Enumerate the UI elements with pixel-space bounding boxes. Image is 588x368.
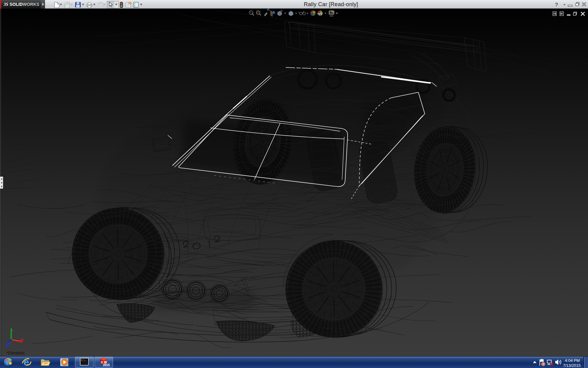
svg-text:2015: 2015 (103, 363, 110, 367)
svg-text:4:04 PM: 4:04 PM (565, 358, 580, 363)
svg-text:7/13/2015: 7/13/2015 (563, 363, 581, 368)
svg-text:C:\_: C:\_ (81, 359, 87, 362)
